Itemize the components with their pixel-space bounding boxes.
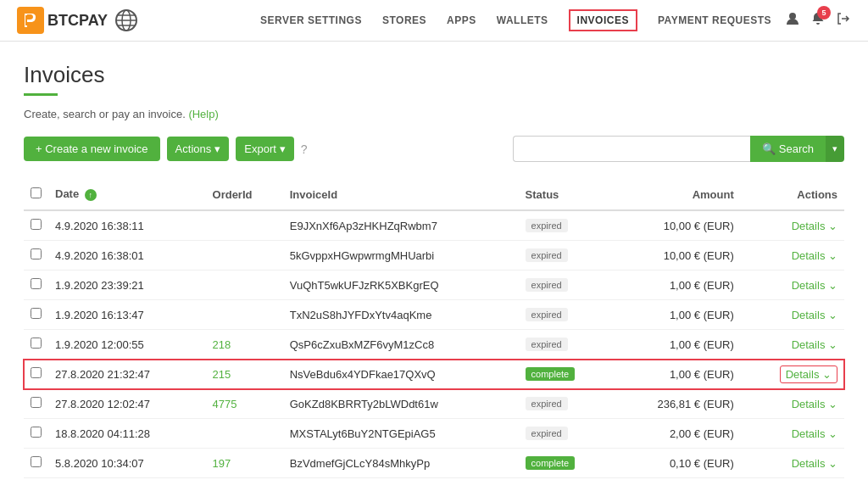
row-invoiceid: MXSTALyt6BuY2NTGEpiAG5 bbox=[283, 419, 519, 449]
table-row: 1.9.2020 23:39:21VuQhT5wkUFJzRK5XBKgrEQe… bbox=[24, 271, 844, 300]
row-orderid[interactable]: 197 bbox=[206, 449, 283, 478]
details-link[interactable]: Details ⌄ bbox=[792, 220, 837, 232]
row-checkbox-cell bbox=[24, 389, 48, 419]
table-row: 18.8.2020 04:11:28MXSTALyt6BuY2NTGEpiAG5… bbox=[24, 419, 844, 449]
row-checkbox-cell bbox=[24, 241, 48, 271]
date-column-header[interactable]: Date ↑ bbox=[48, 179, 206, 210]
row-checkbox[interactable] bbox=[31, 338, 42, 349]
svg-point-6 bbox=[789, 13, 796, 20]
details-link[interactable]: Details ⌄ bbox=[792, 309, 837, 321]
row-checkbox-cell bbox=[24, 360, 48, 389]
row-orderid[interactable]: 215 bbox=[206, 360, 283, 389]
status-badge: complete bbox=[526, 367, 576, 381]
details-link[interactable]: Details ⌄ bbox=[792, 279, 837, 292]
row-invoiceid: TxN2uS8hJYFDxYtv4aqKme bbox=[283, 300, 519, 330]
nav-server-settings[interactable]: SERVER SETTINGS bbox=[260, 14, 362, 26]
row-orderid bbox=[206, 419, 283, 449]
row-checkbox[interactable] bbox=[31, 278, 42, 289]
row-amount: 1,00 € (EUR) bbox=[610, 360, 741, 389]
user-icon[interactable] bbox=[785, 11, 800, 30]
row-invoiceid: 5kGvppxHGwpwrmgMHUarbi bbox=[283, 241, 519, 271]
row-date: 27.8.2020 21:32:47 bbox=[48, 360, 206, 389]
row-status: expired bbox=[519, 241, 610, 271]
row-checkbox[interactable] bbox=[31, 308, 42, 319]
select-all-checkbox[interactable] bbox=[31, 187, 42, 198]
status-badge: expired bbox=[526, 248, 568, 262]
details-link[interactable]: Details ⌄ bbox=[780, 365, 837, 383]
row-status: expired bbox=[519, 300, 610, 330]
nav-invoices[interactable]: INVOICES bbox=[569, 9, 637, 31]
status-badge: expired bbox=[526, 308, 568, 321]
logo: BTCPAY bbox=[17, 7, 108, 34]
row-actions: Details ⌄ bbox=[741, 241, 844, 271]
row-status: complete bbox=[519, 360, 610, 389]
row-invoiceid: BzVdmefGjCLcY84sMhkyPp bbox=[283, 449, 519, 478]
row-checkbox[interactable] bbox=[31, 367, 42, 378]
row-status: expired bbox=[519, 419, 610, 449]
order-link[interactable]: 197 bbox=[213, 457, 231, 470]
row-orderid bbox=[206, 210, 283, 241]
search-area: 🔍 Search ▾ bbox=[513, 136, 844, 162]
logo-area: BTCPAY bbox=[17, 7, 138, 34]
page-title: Invoices bbox=[24, 62, 844, 88]
row-checkbox[interactable] bbox=[31, 248, 42, 259]
row-checkbox[interactable] bbox=[31, 397, 42, 408]
row-date: 4.9.2020 16:38:01 bbox=[48, 241, 206, 271]
row-checkbox[interactable] bbox=[31, 219, 42, 230]
subtitle: Create, search or pay an invoice. (Help) bbox=[24, 108, 844, 120]
status-badge: complete bbox=[526, 456, 576, 470]
help-link[interactable]: (Help) bbox=[188, 108, 218, 120]
logo-text: BTCPAY bbox=[47, 12, 108, 30]
actions-column-header: Actions bbox=[741, 179, 844, 210]
row-checkbox[interactable] bbox=[31, 456, 42, 467]
details-link[interactable]: Details ⌄ bbox=[792, 398, 837, 410]
tor-icon bbox=[114, 8, 138, 32]
details-link[interactable]: Details ⌄ bbox=[792, 338, 837, 351]
order-link[interactable]: 218 bbox=[213, 338, 231, 351]
row-actions: Details ⌄ bbox=[741, 330, 844, 360]
order-link[interactable]: 4775 bbox=[213, 398, 237, 410]
row-invoiceid: NsVeBdu6x4YDFkae17QXvQ bbox=[283, 360, 519, 389]
search-input[interactable] bbox=[513, 136, 750, 162]
row-actions: Details ⌄ bbox=[741, 271, 844, 300]
row-orderid[interactable]: 4775 bbox=[206, 389, 283, 419]
search-button[interactable]: 🔍 Search bbox=[750, 136, 826, 162]
row-amount: 236,81 € (EUR) bbox=[610, 389, 741, 419]
nav-payment-requests[interactable]: PAYMENT REQUESTS bbox=[658, 14, 771, 26]
details-link[interactable]: Details ⌄ bbox=[792, 249, 837, 262]
amount-column-header: Amount bbox=[610, 179, 741, 210]
row-actions: Details ⌄ bbox=[741, 449, 844, 478]
row-checkbox[interactable] bbox=[31, 427, 42, 438]
export-button[interactable]: Export ▾ bbox=[236, 137, 294, 161]
logout-icon[interactable] bbox=[836, 11, 851, 30]
nav-wallets[interactable]: WALLETS bbox=[497, 14, 548, 26]
order-link[interactable]: 215 bbox=[213, 368, 231, 381]
status-badge: expired bbox=[526, 338, 568, 351]
row-actions: Details ⌄ bbox=[741, 210, 844, 241]
toolbar: + Create a new invoice Actions ▾ Export … bbox=[24, 136, 844, 162]
main-nav: SERVER SETTINGS STORES APPS WALLETS INVO… bbox=[260, 9, 771, 31]
row-invoiceid: E9JXnXf6Ap3zHKHZqRwbm7 bbox=[283, 210, 519, 241]
toolbar-help-icon[interactable]: ? bbox=[301, 142, 308, 156]
invoiceid-column-header: InvoiceId bbox=[283, 179, 519, 210]
details-link[interactable]: Details ⌄ bbox=[792, 457, 837, 470]
details-link[interactable]: Details ⌄ bbox=[792, 427, 837, 440]
table-row: 27.8.2020 21:32:47215NsVeBdu6x4YDFkae17Q… bbox=[24, 360, 844, 389]
table-row: 1.9.2020 12:00:55218QsP6cZxuBxMZF6vyM1zC… bbox=[24, 330, 844, 360]
actions-button[interactable]: Actions ▾ bbox=[167, 137, 230, 161]
table-row: 4.9.2020 16:38:015kGvppxHGwpwrmgMHUarbie… bbox=[24, 241, 844, 271]
subtitle-text: Create, search or pay an invoice. bbox=[24, 108, 188, 120]
search-icon: 🔍 bbox=[762, 142, 776, 155]
row-amount: 2,00 € (EUR) bbox=[610, 419, 741, 449]
nav-apps[interactable]: APPS bbox=[447, 14, 476, 26]
search-dropdown-button[interactable]: ▾ bbox=[826, 136, 844, 162]
row-amount: 1,00 € (EUR) bbox=[610, 271, 741, 300]
row-orderid[interactable]: 218 bbox=[206, 330, 283, 360]
table-body: 4.9.2020 16:38:11E9JXnXf6Ap3zHKHZqRwbm7e… bbox=[24, 210, 844, 478]
btcpay-logo-icon bbox=[17, 7, 44, 34]
create-invoice-button[interactable]: + Create a new invoice bbox=[24, 137, 160, 161]
notification-icon[interactable]: 5 bbox=[810, 11, 826, 30]
row-status: expired bbox=[519, 389, 610, 419]
row-date: 1.9.2020 16:13:47 bbox=[48, 300, 206, 330]
nav-stores[interactable]: STORES bbox=[382, 14, 426, 26]
